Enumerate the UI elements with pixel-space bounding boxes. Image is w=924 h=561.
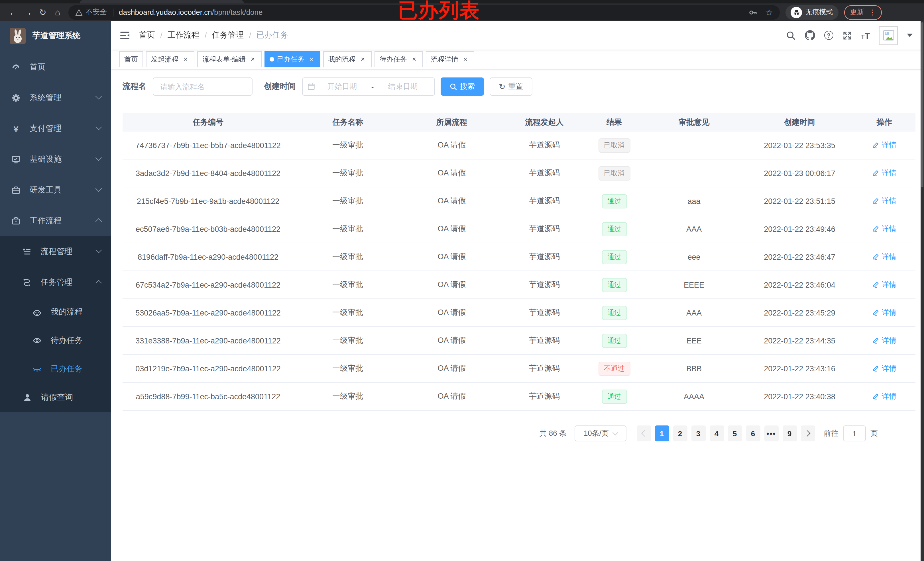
action-cell: 详情 [853,132,915,159]
detail-link[interactable]: 详情 [872,308,897,318]
chevron-down-icon[interactable] [907,34,913,37]
detail-link[interactable]: 详情 [872,391,897,401]
view-tab[interactable]: 我的流程× [323,51,372,67]
list-tree-icon [22,247,32,256]
detail-link[interactable]: 详情 [872,140,897,150]
fullscreen-icon[interactable] [842,30,852,40]
chevron-left-icon [641,430,648,437]
url-host: dashboard.yudao.iocoder.cn [119,8,212,16]
edit-pencil-icon [872,197,879,205]
close-icon[interactable]: × [410,55,418,63]
page-button[interactable]: 4 [710,425,724,441]
view-tab[interactable]: 流程详情× [426,51,474,67]
result-badge: 通过 [602,389,627,404]
sidebar-item-payment[interactable]: ¥ 支付管理 [0,113,111,144]
breadcrumb-current: 已办任务 [256,30,288,40]
process-cell: OA 请假 [402,383,502,410]
detail-link[interactable]: 详情 [872,252,897,262]
page-size-select[interactable]: 10条/页 [574,425,627,441]
search-button[interactable]: 搜索 [441,78,484,96]
sidebar-item-system[interactable]: 系统管理 [0,82,111,113]
detail-link[interactable]: 详情 [872,280,897,290]
close-icon[interactable]: × [359,55,366,63]
comment-cell: aaa [641,187,747,215]
detail-link[interactable]: 详情 [872,364,897,374]
next-page-button[interactable] [801,425,815,441]
breadcrumb-item[interactable]: 首页 [139,30,155,40]
sidebar-item-done-tasks[interactable]: 已办任务 [0,355,111,383]
sidebar-item-todo-tasks[interactable]: 待办任务 [0,326,111,355]
edit-pencil-icon [872,393,879,400]
view-tab[interactable]: 首页 [119,51,143,67]
password-key-icon[interactable] [748,8,757,17]
result-badge: 通过 [602,278,627,292]
sidebar-toggle-icon[interactable] [120,31,130,40]
page-button[interactable]: 9 [782,425,796,441]
action-cell: 详情 [853,355,915,383]
close-icon[interactable]: × [249,55,256,63]
result-badge: 通过 [602,334,627,348]
prev-page-button[interactable] [636,425,651,441]
forward-icon[interactable]: → [21,3,35,21]
detail-link[interactable]: 详情 [872,168,897,178]
page-button[interactable]: 2 [673,425,687,441]
view-tab[interactable]: 待办任务× [375,51,423,67]
page-button[interactable]: 5 [728,425,742,441]
help-icon[interactable]: ? [824,31,833,40]
gear-icon [11,93,21,103]
breadcrumb-item[interactable]: 任务管理 [212,30,244,40]
search-icon[interactable] [786,30,795,40]
reset-button[interactable]: ↻ 重置 [490,78,532,96]
view-tab[interactable]: 发起流程× [146,51,194,67]
bookmark-star-icon[interactable]: ☆ [765,7,773,17]
close-icon[interactable]: × [462,55,469,63]
result-cell: 通过 [587,243,641,271]
task-id-cell: a59c9d88-7b99-11ec-ba5c-acde48001122 [123,383,294,410]
view-tab[interactable]: 流程表单-编辑× [197,51,262,67]
sidebar-item-leave-query[interactable]: 请假查询 [0,383,111,412]
page-button[interactable]: 6 [746,425,760,441]
process-cell: OA 请假 [402,215,502,243]
sidebar-item-process-mgmt[interactable]: 流程管理 [0,236,111,267]
reload-icon[interactable]: ↻ [35,3,50,21]
close-icon[interactable]: × [308,55,315,63]
scrollbar-thumb[interactable] [921,22,923,187]
github-icon[interactable] [805,30,815,40]
sidebar-item-infra[interactable]: 基础设施 [0,144,111,175]
end-date-placeholder[interactable]: 结束日期 [376,81,430,92]
page-button[interactable]: ••• [764,425,778,441]
sidebar-item-devtools[interactable]: 研发工具 [0,175,111,206]
annotation-title: 已办列表 [398,0,480,22]
avatar[interactable] [879,26,898,45]
table-row: a59c9d88-7b99-11ec-ba5c-acde48001122 一级审… [123,383,915,410]
comment-cell: EEEE [641,271,747,299]
view-tab[interactable]: 已办任务× [264,51,320,67]
close-icon[interactable]: × [182,55,189,63]
sidebar-item-task-mgmt[interactable]: 任务管理 [0,267,111,298]
detail-link[interactable]: 详情 [872,335,897,346]
sidebar-item-home[interactable]: 首页 [0,52,111,82]
create-time-cell: 2022-01-22 23:46:47 [747,243,853,271]
table-row: ec507ae6-7b9a-11ec-b03b-acde48001122 一级审… [123,215,915,243]
page-button[interactable]: 3 [691,425,705,441]
sidebar-item-workflow[interactable]: 工作流程 [0,206,111,236]
sidebar-item-my-process[interactable]: 我的流程 [0,298,111,326]
page-button[interactable]: 1 [655,425,669,441]
home-icon[interactable]: ⌂ [50,3,65,21]
browser-tab[interactable] [80,0,244,3]
goto-page-input[interactable] [843,425,866,441]
start-date-placeholder[interactable]: 开始日期 [315,81,369,92]
not-secure-label[interactable]: 不安全 [86,7,107,17]
detail-link[interactable]: 详情 [872,224,897,234]
back-icon[interactable]: ← [6,3,21,21]
browser-menu-icon[interactable]: ⋮ [869,8,876,16]
chevron-down-icon [612,430,618,435]
browser-update-button[interactable]: 更新 ⋮ [844,5,882,19]
page-scrollbar[interactable] [921,21,924,561]
date-range-picker[interactable]: 开始日期 - 结束日期 [302,78,435,96]
breadcrumb-item[interactable]: 工作流程 [168,30,200,40]
create-time-cell: 2022-01-22 23:51:15 [747,187,853,215]
detail-link[interactable]: 详情 [872,196,897,206]
process-name-input[interactable] [153,78,252,96]
font-size-icon[interactable]: TT [861,30,870,40]
